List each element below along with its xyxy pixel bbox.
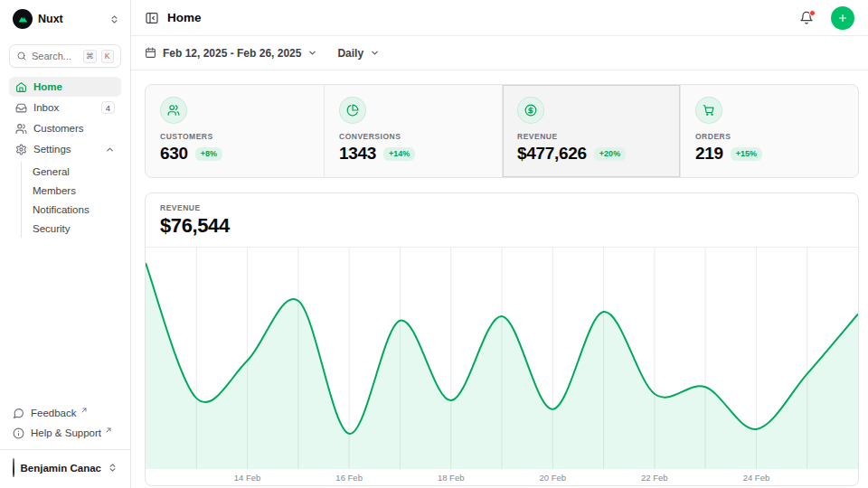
help-support-link[interactable]: Help & Support: [9, 423, 121, 443]
sidebar-item-security[interactable]: Security: [33, 219, 121, 238]
inbox-icon: [15, 102, 27, 114]
info-circle-icon: [13, 427, 24, 439]
sidebar-divider: [0, 449, 130, 450]
home-icon: [15, 81, 27, 93]
sidebar-item-customers[interactable]: Customers: [9, 118, 121, 138]
main-area: Home Feb 12, 2025 - Feb 26, 2025 Daily: [131, 0, 868, 488]
users-icon: [15, 123, 27, 135]
chart-metric-label: REVENUE: [160, 203, 844, 212]
search-field[interactable]: [32, 51, 79, 61]
granularity-select[interactable]: Daily: [337, 47, 380, 60]
workspace-switcher[interactable]: Nuxt: [9, 7, 121, 31]
sidebar-item-settings[interactable]: Settings: [9, 139, 121, 159]
feedback-link[interactable]: Feedback: [9, 403, 121, 423]
revenue-chart-card: REVENUE $76,544 14 Feb16 Feb18 Feb20 Feb…: [145, 192, 859, 486]
user-menu[interactable]: Benjamin Canac: [9, 456, 121, 479]
kbd-meta: ⌘: [83, 50, 97, 63]
stat-card-conversions[interactable]: CONVERSIONS 1343 +14%: [324, 85, 502, 177]
pie-chart-icon: [339, 97, 366, 124]
nuxt-logo-icon: [13, 9, 33, 29]
sidebar-item-notifications[interactable]: Notifications: [33, 200, 121, 219]
chevron-up-down-icon: [108, 463, 118, 473]
delta-badge: +20%: [594, 147, 626, 161]
dollar-circle-icon: [517, 97, 544, 124]
x-axis-label: 20 Feb: [539, 473, 566, 483]
stats-row: CUSTOMERS 630 +8% CONVERSIONS 1343 +14%: [145, 84, 859, 178]
page-title: Home: [167, 11, 791, 24]
chevron-down-icon: [307, 48, 317, 58]
delta-badge: +14%: [383, 147, 415, 161]
gear-icon: [15, 144, 27, 155]
chevron-up-icon: [105, 145, 115, 155]
search-input[interactable]: ⌘ K: [9, 44, 121, 68]
delta-badge: +15%: [731, 147, 762, 161]
x-axis-label: 24 Feb: [743, 473, 770, 483]
cart-icon: [695, 97, 722, 124]
settings-subnav: General Members Notifications Security: [21, 162, 121, 238]
chart-x-axis: 14 Feb16 Feb18 Feb20 Feb22 Feb24 Feb: [146, 469, 858, 485]
x-axis-label: 22 Feb: [641, 473, 668, 483]
date-range-picker[interactable]: Feb 12, 2025 - Feb 26, 2025: [145, 47, 317, 60]
stat-card-customers[interactable]: CUSTOMERS 630 +8%: [146, 85, 324, 177]
users-icon: [160, 97, 187, 124]
sidebar-item-home[interactable]: Home: [9, 77, 121, 97]
delta-badge: +8%: [195, 147, 222, 161]
stat-card-revenue[interactable]: REVENUE $477,626 +20%: [502, 85, 680, 177]
user-avatar: [13, 458, 14, 477]
external-link-icon: [80, 407, 88, 414]
chevron-down-icon: [370, 48, 380, 58]
sidebar-footer: Feedback Help & Support Benjamin Canac: [9, 403, 121, 479]
chart-metric-value: $76,544: [160, 214, 844, 238]
stat-value: $477,626: [517, 144, 587, 164]
workspace-name: Nuxt: [38, 13, 104, 25]
stat-card-orders[interactable]: ORDERS 219 +15%: [680, 85, 858, 177]
app-window: Nuxt ⌘ K Home Inbo: [0, 0, 868, 488]
x-axis-label: 16 Feb: [335, 473, 363, 483]
chat-bubble-icon: [13, 408, 24, 419]
kbd-k: K: [101, 50, 114, 63]
revenue-area-chart[interactable]: [146, 248, 858, 469]
sidebar-item-members[interactable]: Members: [33, 181, 121, 200]
content: CUSTOMERS 630 +8% CONVERSIONS 1343 +14%: [131, 70, 868, 486]
add-button[interactable]: [831, 6, 854, 30]
collapse-sidebar-icon[interactable]: [145, 11, 159, 25]
external-link-icon: [105, 427, 112, 434]
page-header: Home: [131, 0, 868, 36]
filters-toolbar: Feb 12, 2025 - Feb 26, 2025 Daily: [131, 36, 868, 70]
stat-value: 630: [160, 144, 188, 164]
stat-value: 1343: [339, 144, 376, 164]
x-axis-label: 14 Feb: [234, 473, 261, 483]
notifications-button[interactable]: [799, 11, 814, 25]
chevron-up-down-icon: [109, 14, 119, 24]
inbox-count-badge: 4: [101, 101, 115, 114]
stat-value: 219: [695, 144, 723, 164]
chart-header: REVENUE $76,544: [146, 193, 858, 248]
sidebar-item-inbox[interactable]: Inbox 4: [9, 98, 121, 117]
granularity-value: Daily: [337, 47, 363, 60]
notification-dot: [809, 10, 816, 16]
search-icon: [16, 51, 27, 61]
sidebar-nav: Home Inbox 4 Customers Settings: [9, 77, 121, 238]
x-axis-label: 18 Feb: [438, 473, 465, 483]
date-range-value: Feb 12, 2025 - Feb 26, 2025: [163, 47, 301, 60]
calendar-icon: [145, 47, 156, 59]
sidebar-item-general[interactable]: General: [33, 162, 121, 181]
sidebar: Nuxt ⌘ K Home Inbo: [0, 0, 131, 488]
